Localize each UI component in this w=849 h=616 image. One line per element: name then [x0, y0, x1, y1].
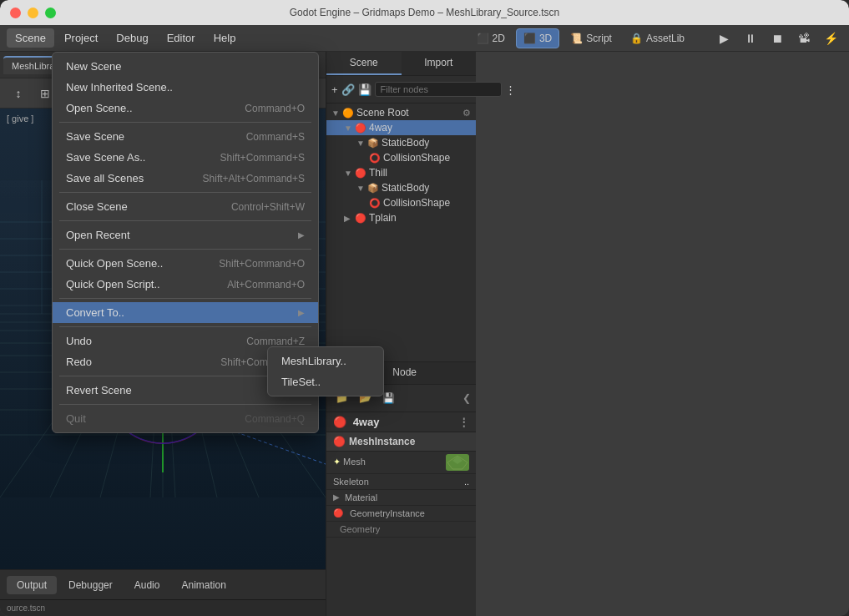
dd-sep-6: [59, 326, 311, 327]
dd-sep-4: [59, 249, 311, 250]
inspector-row-material[interactable]: ▶ Material: [326, 490, 476, 506]
geometry-label: GeometryInstance: [350, 508, 469, 518]
4way-arrow: ▼: [344, 124, 352, 133]
scene-more-button[interactable]: ⋮: [505, 79, 516, 99]
submenu-meshlibrary[interactable]: MeshLibrary..: [268, 351, 383, 371]
quick-open-script-shortcut: Alt+Command+O: [227, 279, 305, 290]
tree-item-tplain[interactable]: ▶ 🔴 Tplain: [326, 210, 476, 225]
view-mode-buttons: ⬛ 2D ⬛ 3D 📜 Script 🔒 AssetLib ▶ ⏸ ⏹ 📽 ⚡: [469, 28, 842, 48]
tree-item-staticbody-1[interactable]: ▼ 📦 StaticBody: [326, 135, 476, 150]
staticbody2-arrow: ▼: [356, 184, 365, 193]
dd-sep-2: [59, 192, 311, 193]
4way-label: 4way: [369, 122, 392, 134]
menu-convert-to[interactable]: Convert To..: [53, 302, 318, 323]
staticbody1-icon: 📦: [367, 138, 379, 149]
inspector-row-mesh: ✦ Mesh: [326, 452, 476, 474]
material-expand-arrow[interactable]: ▶: [333, 492, 340, 502]
scene-root-arrow: ▼: [331, 109, 340, 118]
tab-audio[interactable]: Audio: [124, 576, 170, 594]
collision2-label: CollisionShape: [383, 197, 450, 209]
menu-quick-open-script[interactable]: Quick Open Script.. Alt+Command+O: [53, 274, 318, 295]
scene-link-button[interactable]: 🔗: [341, 79, 355, 99]
inspector-section-meshinstance: 🔴 MeshInstance ✦ Mesh: [326, 432, 476, 538]
menu-scene[interactable]: Scene: [7, 28, 54, 48]
movie-button[interactable]: 📽: [792, 29, 816, 48]
tree-item-collision-1[interactable]: ⭕ CollisionShape: [326, 150, 476, 165]
thill-label: Thill: [369, 167, 387, 179]
menu-editor[interactable]: Editor: [159, 28, 204, 48]
tplain-icon: 🔴: [355, 213, 366, 224]
menu-new-scene[interactable]: New Scene: [53, 56, 318, 77]
scene-root-label: Scene Root: [356, 107, 409, 119]
titlebar: Godot Engine – Gridmaps Demo – MeshLibra…: [0, 0, 849, 25]
scene-add-button[interactable]: +: [331, 79, 338, 99]
staticbody1-arrow: ▼: [356, 139, 365, 148]
2d-icon: ⬛: [477, 33, 489, 44]
skeleton-value[interactable]: ..: [403, 477, 470, 487]
viewport-label: [ give ]: [7, 114, 33, 124]
tab-debugger[interactable]: Debugger: [58, 576, 123, 594]
scene-toolbar: + 🔗 💾 ⋮: [326, 76, 476, 104]
scene-root-icon: 🟠: [342, 108, 354, 119]
tree-item-collision-2[interactable]: ⭕ CollisionShape: [326, 195, 476, 210]
scene-save-button[interactable]: 💾: [358, 79, 371, 99]
thill-arrow: ▼: [344, 169, 352, 178]
main-window: Godot Engine – Gridmaps Demo – MeshLibra…: [0, 0, 849, 616]
scene-root-action[interactable]: ⚙: [462, 108, 471, 119]
right-panel-tabs: Scene Import: [326, 52, 476, 76]
inspector-row-skeleton: Skeleton ..: [326, 474, 476, 490]
menu-save-scene[interactable]: Save Scene Command+S: [53, 126, 318, 147]
menubar: Scene Project Debug Editor Help ⬛ 2D ⬛ 3…: [0, 25, 849, 52]
tab-import[interactable]: Import: [402, 52, 477, 75]
inspector-node-name: 🔴 4way ⋮: [326, 412, 476, 432]
menu-save-all-scenes[interactable]: Save all Scenes Shift+Alt+Command+S: [53, 168, 318, 189]
menu-quick-open-scene[interactable]: Quick Open Scene.. Shift+Command+O: [53, 253, 318, 274]
geometry-sub-label: Geometry: [340, 524, 469, 534]
staticbody1-label: StaticBody: [382, 137, 429, 149]
submenu-tileset[interactable]: TileSet..: [268, 371, 383, 392]
filter-nodes-input[interactable]: [375, 82, 502, 97]
quick-open-scene-shortcut: Shift+Command+O: [219, 258, 305, 270]
bottom-panel: Output Debugger Audio Animation: [0, 569, 326, 599]
tool-move[interactable]: ↕: [7, 82, 30, 105]
mode-assetlib[interactable]: 🔒 AssetLib: [623, 28, 692, 48]
menu-close-scene[interactable]: Close Scene Control+Shift+W: [53, 196, 318, 217]
tree-item-thill[interactable]: ▼ 🔴 Thill: [326, 165, 476, 180]
mesh-thumbnail[interactable]: [446, 454, 469, 471]
tab-scene[interactable]: Scene: [326, 52, 402, 75]
mode-script[interactable]: 📜 Script: [563, 28, 619, 48]
menu-open-scene[interactable]: Open Scene.. Command+O: [53, 98, 318, 119]
play-button[interactable]: ▶: [712, 29, 735, 48]
dd-sep-1: [59, 122, 311, 123]
menu-debug[interactable]: Debug: [108, 28, 156, 48]
mesh-icon: ✦: [333, 457, 343, 467]
pause-button[interactable]: ⏸: [739, 29, 762, 48]
tab-animation[interactable]: Animation: [171, 576, 235, 594]
tree-item-4way[interactable]: ▼ 🔴 4way: [326, 120, 476, 135]
menu-project[interactable]: Project: [56, 28, 106, 48]
save-scene-shortcut: Command+S: [246, 131, 305, 143]
tab-output[interactable]: Output: [7, 576, 57, 594]
mode-3d[interactable]: ⬛ 3D: [516, 28, 559, 48]
close-button[interactable]: [10, 8, 21, 18]
stop-button[interactable]: ⏹: [766, 29, 789, 48]
mode-2d[interactable]: ⬛ 2D: [469, 28, 513, 48]
menu-help[interactable]: Help: [205, 28, 245, 48]
inspector-options[interactable]: ⋮: [458, 416, 469, 428]
tab-node[interactable]: Node: [384, 362, 425, 384]
open-scene-shortcut: Command+O: [245, 103, 305, 114]
tree-item-staticbody-2[interactable]: ▼ 📦 StaticBody: [326, 180, 476, 195]
tree-item-scene-root[interactable]: ▼ 🟠 Scene Root ⚙: [326, 105, 476, 120]
close-scene-shortcut: Control+Shift+W: [231, 201, 305, 213]
status-text: ource.tscn: [7, 603, 45, 613]
window-title: Godot Engine – Gridmaps Demo – MeshLibra…: [290, 7, 560, 18]
maximize-button[interactable]: [45, 8, 56, 18]
undo-shortcut: Command+Z: [246, 336, 305, 347]
inspector-collapse-arrow[interactable]: ❮: [462, 392, 471, 404]
menu-save-scene-as[interactable]: Save Scene As.. Shift+Command+S: [53, 147, 318, 168]
run-button[interactable]: ⚡: [819, 29, 842, 48]
4way-icon: 🔴: [355, 123, 366, 134]
menu-open-recent[interactable]: Open Recent: [53, 225, 318, 245]
minimize-button[interactable]: [28, 8, 38, 18]
menu-new-inherited-scene[interactable]: New Inherited Scene..: [53, 77, 318, 98]
